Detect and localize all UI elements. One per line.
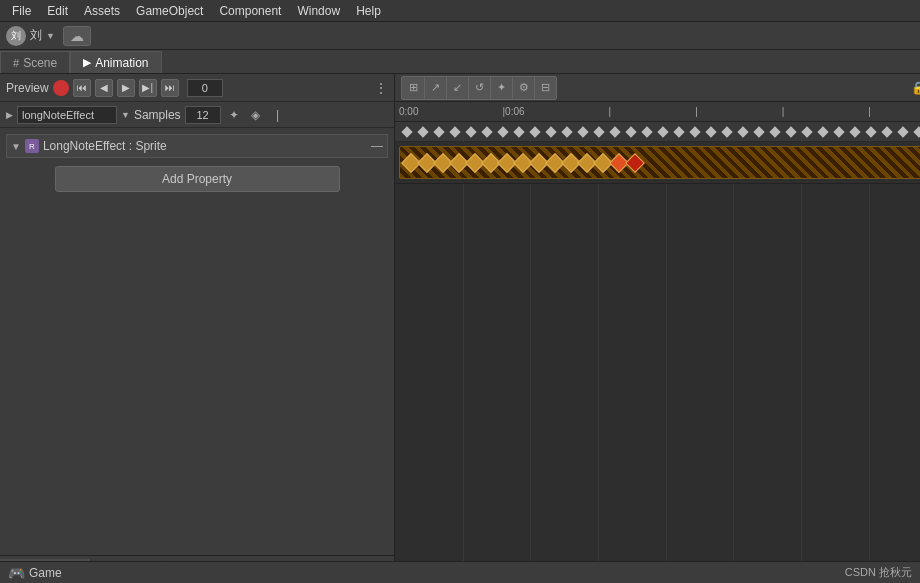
keyframe-diamond[interactable]: [449, 126, 460, 137]
keyframe-diamond[interactable]: [609, 126, 620, 137]
right-panel: ⊞ ↗ ↙ ↺ ✦ ⚙ ⊟ 🔒 + 0:00 |0:06 | |: [395, 74, 920, 583]
lock-icon[interactable]: 🔒: [907, 77, 920, 99]
keyframe-diamond[interactable]: [577, 126, 588, 137]
add-event-icon[interactable]: |: [269, 106, 287, 124]
keyframe-diamond[interactable]: [513, 126, 524, 137]
statusbar-right-text: CSDN 抢秋元: [845, 565, 912, 580]
keyframe-diamond[interactable]: [801, 126, 812, 137]
game-icon: 🎮: [8, 565, 25, 581]
timeline-loop-icon[interactable]: ↺: [468, 77, 490, 99]
keyframe-diamond[interactable]: [641, 126, 652, 137]
prev-frame-button[interactable]: ◀: [95, 79, 113, 97]
diamond-row: [395, 122, 920, 142]
animation-name-input[interactable]: [17, 106, 117, 124]
component-expand-arrow[interactable]: ▼: [11, 141, 21, 152]
keyframe-diamond[interactable]: [881, 126, 892, 137]
keyframe-diamond[interactable]: [625, 126, 636, 137]
toolbar: 刘 刘 ▼ ☁: [0, 22, 920, 50]
component-script-icon: R: [25, 139, 39, 153]
menu-assets[interactable]: Assets: [76, 2, 128, 20]
keyframe-diamond[interactable]: [737, 126, 748, 137]
timeline-settings-icon[interactable]: ⚙: [512, 77, 534, 99]
sprite-track: [395, 142, 920, 184]
keyframe-diamond[interactable]: [865, 126, 876, 137]
animation-icon: ▶: [83, 56, 91, 69]
menu-gameobject[interactable]: GameObject: [128, 2, 211, 20]
go-to-end-button[interactable]: ⏭: [161, 79, 179, 97]
ruler-label-tick1: |: [609, 106, 612, 117]
game-tab-status[interactable]: 🎮 Game: [8, 565, 62, 581]
ruler-label-6: |0:06: [502, 106, 524, 117]
timeline-grid-icon[interactable]: ⊞: [402, 77, 424, 99]
keyframe-diamond[interactable]: [593, 126, 604, 137]
anim-dropdown-arrow[interactable]: ▼: [121, 110, 130, 120]
sprite-animation-bar[interactable]: [399, 146, 920, 179]
timeline-minus-icon[interactable]: ⊟: [534, 77, 556, 99]
tab-animation-label: Animation: [95, 56, 148, 70]
keyframe-diamond[interactable]: [561, 126, 572, 137]
keyframe-diamond[interactable]: [913, 126, 920, 137]
timeline-ripple-icon[interactable]: ↗: [424, 77, 446, 99]
keyframe-diamond[interactable]: [689, 126, 700, 137]
keyframe-diamond[interactable]: [497, 126, 508, 137]
keyframe-diamond[interactable]: [673, 126, 684, 137]
keyframe-diamond[interactable]: [721, 126, 732, 137]
game-label: Game: [29, 566, 62, 580]
statusbar: 🎮 Game CSDN 抢秋元: [0, 561, 920, 583]
menu-file[interactable]: File: [4, 2, 39, 20]
sprite-visual: [400, 147, 920, 178]
ruler-label-tick2: |: [695, 106, 698, 117]
keyframe-diamond[interactable]: [657, 126, 668, 137]
main-container: Preview ⏮ ◀ ▶ ▶| ⏭ 0 ⋮ ▶ ▼ Samples 12 ✦ …: [0, 74, 920, 583]
add-property-button[interactable]: Add Property: [55, 166, 340, 192]
menu-component[interactable]: Component: [211, 2, 289, 20]
keyframe-diamond[interactable]: [849, 126, 860, 137]
dropdown-expand-icon: ▶: [6, 110, 13, 120]
frame-counter: 0: [187, 79, 223, 97]
keyframe-diamond[interactable]: [401, 126, 412, 137]
component-name-label: LongNoteEffect : Sprite: [43, 139, 167, 153]
timeline-move-icon[interactable]: ↙: [446, 77, 468, 99]
menu-help[interactable]: Help: [348, 2, 389, 20]
user-dropdown-arrow[interactable]: ▼: [46, 31, 55, 41]
keyframe-diamond[interactable]: [465, 126, 476, 137]
samples-row: ▶ ▼ Samples 12 ✦ ◈ |: [0, 102, 394, 128]
preview-label: Preview: [6, 81, 49, 95]
add-keyframe-icon[interactable]: ◈: [247, 106, 265, 124]
timeline-star-icon[interactable]: ✦: [490, 77, 512, 99]
keyframe-diamond[interactable]: [545, 126, 556, 137]
tab-scene-label: Scene: [23, 56, 57, 70]
timeline-toolbar: ⊞ ↗ ↙ ↺ ✦ ⚙ ⊟ 🔒 +: [395, 74, 920, 102]
keyframe-diamond[interactable]: [753, 126, 764, 137]
menu-edit[interactable]: Edit: [39, 2, 76, 20]
keyframe-diamond[interactable]: [417, 126, 428, 137]
timeline-ruler: 0:00 |0:06 | | | |: [395, 102, 920, 122]
keyframe-diamond[interactable]: [785, 126, 796, 137]
property-area: ▼ R LongNoteEffect : Sprite — Add Proper…: [0, 128, 394, 555]
component-pin-icon[interactable]: —: [371, 139, 383, 153]
left-panel: Preview ⏮ ◀ ▶ ▶| ⏭ 0 ⋮ ▶ ▼ Samples 12 ✦ …: [0, 74, 395, 583]
keyframe-diamond[interactable]: [897, 126, 908, 137]
sprite-keyframe-diamond[interactable]: [625, 153, 645, 173]
scene-icon: #: [13, 57, 19, 69]
play-button[interactable]: ▶: [117, 79, 135, 97]
next-frame-button[interactable]: ▶|: [139, 79, 157, 97]
go-to-start-button[interactable]: ⏮: [73, 79, 91, 97]
keyframe-diamond[interactable]: [833, 126, 844, 137]
cloud-button[interactable]: ☁: [63, 26, 91, 46]
tab-scene[interactable]: # Scene: [0, 51, 70, 73]
keyframe-diamond[interactable]: [769, 126, 780, 137]
keyframe-diamond[interactable]: [705, 126, 716, 137]
tab-animation[interactable]: ▶ Animation: [70, 51, 161, 73]
keyframe-diamond[interactable]: [481, 126, 492, 137]
keyframe-snap-icon[interactable]: ✦: [225, 106, 243, 124]
ruler-label-tick3: |: [782, 106, 785, 117]
keyframe-diamond[interactable]: [817, 126, 828, 137]
record-button[interactable]: [53, 80, 69, 96]
keyframe-diamond[interactable]: [529, 126, 540, 137]
overflow-menu[interactable]: ⋮: [374, 80, 388, 96]
keyframe-diamond[interactable]: [433, 126, 444, 137]
cloud-icon: ☁: [70, 28, 84, 44]
menu-window[interactable]: Window: [289, 2, 348, 20]
empty-tracks: [395, 184, 920, 524]
